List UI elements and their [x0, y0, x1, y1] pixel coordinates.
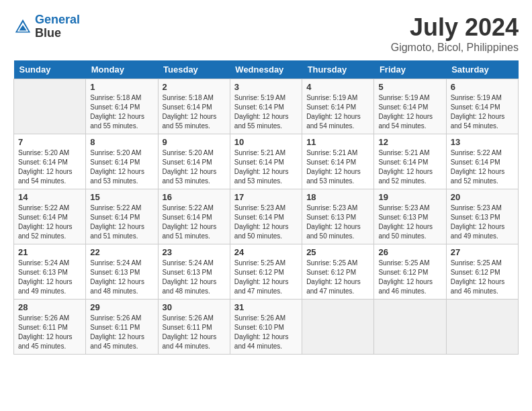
calendar-cell: 24Sunrise: 5:25 AM Sunset: 6:12 PM Dayli… [230, 244, 302, 300]
day-info: Sunrise: 5:23 AM Sunset: 6:13 PM Dayligh… [378, 203, 441, 241]
calendar-cell: 11Sunrise: 5:21 AM Sunset: 6:14 PM Dayli… [302, 134, 374, 189]
calendar-cell [14, 79, 86, 134]
day-info: Sunrise: 5:18 AM Sunset: 6:14 PM Dayligh… [90, 93, 153, 131]
calendar-cell: 19Sunrise: 5:23 AM Sunset: 6:13 PM Dayli… [374, 189, 446, 244]
day-number: 10 [234, 137, 298, 147]
calendar-week-row: 1Sunrise: 5:18 AM Sunset: 6:14 PM Daylig… [14, 79, 519, 134]
calendar-week-row: 14Sunrise: 5:22 AM Sunset: 6:14 PM Dayli… [14, 189, 519, 244]
calendar-cell: 15Sunrise: 5:22 AM Sunset: 6:14 PM Dayli… [86, 189, 158, 244]
day-info: Sunrise: 5:22 AM Sunset: 6:14 PM Dayligh… [163, 203, 226, 241]
day-number: 18 [306, 192, 369, 202]
month-year: July 2024 [391, 13, 519, 42]
day-info: Sunrise: 5:19 AM Sunset: 6:14 PM Dayligh… [451, 93, 514, 131]
location: Gigmoto, Bicol, Philippines [391, 42, 519, 54]
day-number: 22 [90, 247, 153, 257]
day-info: Sunrise: 5:25 AM Sunset: 6:12 PM Dayligh… [234, 259, 298, 296]
calendar-cell: 1Sunrise: 5:18 AM Sunset: 6:14 PM Daylig… [86, 79, 158, 134]
calendar-cell: 3Sunrise: 5:19 AM Sunset: 6:14 PM Daylig… [230, 79, 302, 134]
day-info: Sunrise: 5:19 AM Sunset: 6:14 PM Dayligh… [378, 93, 441, 131]
day-number: 2 [163, 82, 226, 92]
calendar-table: SundayMondayTuesdayWednesdayThursdayFrid… [13, 60, 519, 355]
day-info: Sunrise: 5:21 AM Sunset: 6:14 PM Dayligh… [234, 148, 298, 186]
calendar-cell: 21Sunrise: 5:24 AM Sunset: 6:13 PM Dayli… [14, 244, 86, 300]
calendar-cell: 2Sunrise: 5:18 AM Sunset: 6:14 PM Daylig… [158, 79, 230, 134]
calendar-cell: 4Sunrise: 5:19 AM Sunset: 6:14 PM Daylig… [302, 79, 374, 134]
dow-header: Saturday [446, 60, 518, 79]
day-number: 6 [451, 82, 514, 92]
dow-header: Monday [86, 60, 158, 79]
day-number: 17 [234, 192, 298, 202]
day-info: Sunrise: 5:20 AM Sunset: 6:14 PM Dayligh… [163, 148, 226, 186]
day-number: 21 [18, 247, 81, 257]
calendar-cell: 29Sunrise: 5:26 AM Sunset: 6:11 PM Dayli… [86, 300, 158, 355]
day-info: Sunrise: 5:24 AM Sunset: 6:13 PM Dayligh… [163, 259, 226, 296]
day-number: 5 [378, 82, 441, 92]
calendar-cell: 9Sunrise: 5:20 AM Sunset: 6:14 PM Daylig… [158, 134, 230, 189]
calendar-body: 1Sunrise: 5:18 AM Sunset: 6:14 PM Daylig… [14, 79, 519, 355]
day-info: Sunrise: 5:22 AM Sunset: 6:14 PM Dayligh… [18, 203, 81, 241]
day-info: Sunrise: 5:23 AM Sunset: 6:14 PM Dayligh… [234, 203, 298, 241]
day-info: Sunrise: 5:19 AM Sunset: 6:14 PM Dayligh… [306, 93, 369, 131]
calendar-cell: 10Sunrise: 5:21 AM Sunset: 6:14 PM Dayli… [230, 134, 302, 189]
dow-header: Thursday [302, 60, 374, 79]
day-number: 31 [234, 302, 298, 312]
day-info: Sunrise: 5:23 AM Sunset: 6:13 PM Dayligh… [451, 203, 514, 241]
day-number: 16 [163, 192, 226, 202]
calendar-cell [374, 300, 446, 355]
calendar-cell: 28Sunrise: 5:26 AM Sunset: 6:11 PM Dayli… [14, 300, 86, 355]
dow-header: Wednesday [230, 60, 302, 79]
day-number: 26 [378, 247, 441, 257]
calendar-week-row: 7Sunrise: 5:20 AM Sunset: 6:14 PM Daylig… [14, 134, 519, 189]
day-info: Sunrise: 5:26 AM Sunset: 6:11 PM Dayligh… [18, 314, 81, 351]
day-number: 29 [90, 302, 153, 312]
day-info: Sunrise: 5:24 AM Sunset: 6:13 PM Dayligh… [90, 259, 153, 296]
calendar-cell: 31Sunrise: 5:26 AM Sunset: 6:10 PM Dayli… [230, 300, 302, 355]
calendar-week-row: 28Sunrise: 5:26 AM Sunset: 6:11 PM Dayli… [14, 300, 519, 355]
calendar-cell: 27Sunrise: 5:25 AM Sunset: 6:12 PM Dayli… [446, 244, 518, 300]
day-info: Sunrise: 5:22 AM Sunset: 6:14 PM Dayligh… [451, 148, 514, 186]
calendar-cell: 14Sunrise: 5:22 AM Sunset: 6:14 PM Dayli… [14, 189, 86, 244]
calendar-cell: 23Sunrise: 5:24 AM Sunset: 6:13 PM Dayli… [158, 244, 230, 300]
day-number: 4 [306, 82, 369, 92]
calendar-cell [302, 300, 374, 355]
day-number: 14 [18, 192, 81, 202]
day-number: 1 [90, 82, 153, 92]
day-number: 25 [306, 247, 369, 257]
day-info: Sunrise: 5:18 AM Sunset: 6:14 PM Dayligh… [163, 93, 226, 131]
page-header: GeneralBlue July 2024 Gigmoto, Bicol, Ph… [13, 13, 519, 54]
logo-text: GeneralBlue [35, 13, 80, 40]
day-number: 11 [306, 137, 369, 147]
day-info: Sunrise: 5:20 AM Sunset: 6:14 PM Dayligh… [18, 148, 81, 186]
day-number: 23 [163, 247, 226, 257]
day-info: Sunrise: 5:26 AM Sunset: 6:11 PM Dayligh… [163, 314, 226, 351]
day-info: Sunrise: 5:21 AM Sunset: 6:14 PM Dayligh… [306, 148, 369, 186]
day-number: 27 [451, 247, 514, 257]
calendar-cell: 22Sunrise: 5:24 AM Sunset: 6:13 PM Dayli… [86, 244, 158, 300]
day-info: Sunrise: 5:26 AM Sunset: 6:10 PM Dayligh… [234, 314, 298, 351]
day-number: 3 [234, 82, 298, 92]
day-info: Sunrise: 5:20 AM Sunset: 6:14 PM Dayligh… [90, 148, 153, 186]
calendar-cell [446, 300, 518, 355]
day-number: 8 [90, 137, 153, 147]
calendar-cell: 30Sunrise: 5:26 AM Sunset: 6:11 PM Dayli… [158, 300, 230, 355]
day-number: 19 [378, 192, 441, 202]
day-info: Sunrise: 5:24 AM Sunset: 6:13 PM Dayligh… [18, 259, 81, 296]
calendar-cell: 12Sunrise: 5:21 AM Sunset: 6:14 PM Dayli… [374, 134, 446, 189]
day-number: 20 [451, 192, 514, 202]
day-number: 30 [163, 302, 226, 312]
day-number: 13 [451, 137, 514, 147]
calendar-cell: 26Sunrise: 5:25 AM Sunset: 6:12 PM Dayli… [374, 244, 446, 300]
calendar-cell: 13Sunrise: 5:22 AM Sunset: 6:14 PM Dayli… [446, 134, 518, 189]
calendar-cell: 7Sunrise: 5:20 AM Sunset: 6:14 PM Daylig… [14, 134, 86, 189]
calendar-cell: 18Sunrise: 5:23 AM Sunset: 6:13 PM Dayli… [302, 189, 374, 244]
day-number: 28 [18, 302, 81, 312]
days-of-week-row: SundayMondayTuesdayWednesdayThursdayFrid… [14, 60, 519, 79]
calendar-cell: 5Sunrise: 5:19 AM Sunset: 6:14 PM Daylig… [374, 79, 446, 134]
day-info: Sunrise: 5:25 AM Sunset: 6:12 PM Dayligh… [378, 259, 441, 296]
day-number: 15 [90, 192, 153, 202]
day-info: Sunrise: 5:23 AM Sunset: 6:13 PM Dayligh… [306, 203, 369, 241]
day-info: Sunrise: 5:19 AM Sunset: 6:14 PM Dayligh… [234, 93, 298, 131]
dow-header: Friday [374, 60, 446, 79]
day-number: 12 [378, 137, 441, 147]
title-block: July 2024 Gigmoto, Bicol, Philippines [391, 13, 519, 54]
